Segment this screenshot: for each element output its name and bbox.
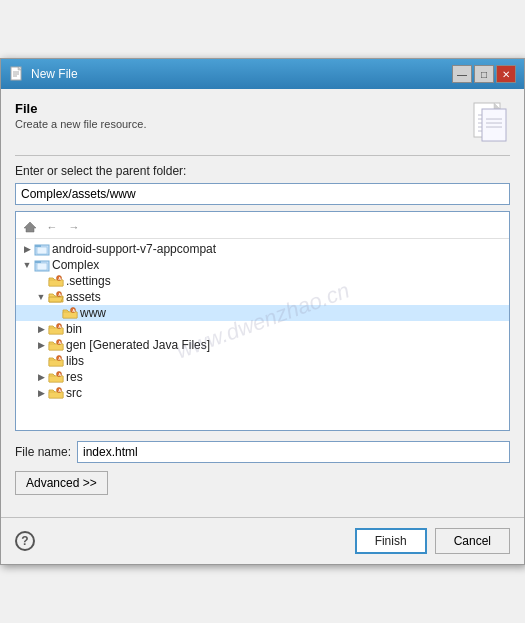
tree-label-res: res bbox=[66, 370, 83, 384]
svg-rect-18 bbox=[35, 245, 41, 247]
new-file-dialog: New File — □ ✕ File Create a new file re… bbox=[0, 58, 525, 565]
title-bar: New File — □ ✕ bbox=[1, 59, 524, 89]
tree-toggle-assets: ▼ bbox=[34, 290, 48, 304]
folder-label: Enter or select the parent folder: bbox=[15, 164, 510, 178]
svg-text:A: A bbox=[58, 323, 61, 328]
tree-icon-res: A bbox=[48, 370, 64, 384]
tree-panel: ← → www.dwenzhao.cn ▶ android-support-v7… bbox=[15, 211, 510, 431]
header-divider bbox=[15, 155, 510, 156]
finish-button[interactable]: Finish bbox=[355, 528, 427, 554]
help-button[interactable]: ? bbox=[15, 531, 35, 551]
tree-item-libs[interactable]: A libs bbox=[16, 353, 509, 369]
svg-text:A: A bbox=[72, 307, 75, 312]
tree-icon-assets: A bbox=[48, 290, 64, 304]
advanced-button[interactable]: Advanced >> bbox=[15, 471, 108, 495]
svg-text:A: A bbox=[58, 339, 61, 344]
close-button[interactable]: ✕ bbox=[496, 65, 516, 83]
tree-label-libs: libs bbox=[66, 354, 84, 368]
bottom-buttons: Finish Cancel bbox=[355, 528, 510, 554]
dialog-content: File Create a new file resource. Enter o bbox=[1, 89, 524, 507]
tree-item-android-support[interactable]: ▶ android-support-v7-appcompat bbox=[16, 241, 509, 257]
bottom-bar: ? Finish Cancel bbox=[1, 517, 524, 564]
svg-text:A: A bbox=[58, 275, 61, 280]
svg-text:A: A bbox=[58, 387, 61, 392]
tree-label-gen: gen [Generated Java Files] bbox=[66, 338, 210, 352]
tree-icon-www: A bbox=[62, 306, 78, 320]
tree-label-assets: assets bbox=[66, 290, 101, 304]
tree-label-www: www bbox=[80, 306, 106, 320]
tree-toolbar: ← → bbox=[16, 216, 509, 239]
tree-item-complex[interactable]: ▼ Complex bbox=[16, 257, 509, 273]
svg-rect-22 bbox=[37, 263, 47, 270]
tree-icon-settings: A bbox=[48, 274, 64, 288]
section-description: Create a new file resource. bbox=[15, 118, 146, 130]
section-title: File bbox=[15, 101, 146, 116]
title-bar-left: New File bbox=[9, 66, 78, 82]
tree-toggle-settings bbox=[34, 274, 48, 288]
title-bar-file-icon bbox=[9, 66, 25, 82]
tree-container: ▶ android-support-v7-appcompat▼ Complex … bbox=[16, 241, 509, 401]
header-row: File Create a new file resource. bbox=[15, 101, 510, 147]
tree-toggle-bin: ▶ bbox=[34, 322, 48, 336]
svg-text:A: A bbox=[58, 355, 61, 360]
filename-input[interactable] bbox=[77, 441, 510, 463]
tree-label-src: src bbox=[66, 386, 82, 400]
tree-icon-libs: A bbox=[48, 354, 64, 368]
tree-toggle-res: ▶ bbox=[34, 370, 48, 384]
svg-text:A: A bbox=[58, 291, 61, 296]
svg-text:A: A bbox=[58, 371, 61, 376]
tree-icon-gen: A bbox=[48, 338, 64, 352]
back-button[interactable]: ← bbox=[42, 218, 62, 236]
tree-toggle-www bbox=[48, 306, 62, 320]
tree-item-src[interactable]: ▶ A src bbox=[16, 385, 509, 401]
tree-icon-src: A bbox=[48, 386, 64, 400]
tree-icon-complex bbox=[34, 258, 50, 272]
file-icon-large bbox=[472, 101, 510, 147]
tree-label-android-support: android-support-v7-appcompat bbox=[52, 242, 216, 256]
tree-label-settings: .settings bbox=[66, 274, 111, 288]
tree-item-www[interactable]: A www bbox=[16, 305, 509, 321]
tree-item-gen[interactable]: ▶ A gen [Generated Java Files] bbox=[16, 337, 509, 353]
tree-item-res[interactable]: ▶ A res bbox=[16, 369, 509, 385]
tree-item-assets[interactable]: ▼ A assets bbox=[16, 289, 509, 305]
maximize-button[interactable]: □ bbox=[474, 65, 494, 83]
window-title: New File bbox=[31, 67, 78, 81]
svg-rect-21 bbox=[35, 261, 41, 263]
tree-label-complex: Complex bbox=[52, 258, 99, 272]
folder-path-input[interactable] bbox=[15, 183, 510, 205]
svg-rect-19 bbox=[37, 247, 47, 254]
tree-icon-android-support bbox=[34, 242, 50, 256]
filename-row: File name: bbox=[15, 441, 510, 463]
tree-toggle-libs bbox=[34, 354, 48, 368]
tree-toggle-gen: ▶ bbox=[34, 338, 48, 352]
tree-item-settings[interactable]: A .settings bbox=[16, 273, 509, 289]
tree-toggle-src: ▶ bbox=[34, 386, 48, 400]
filename-label: File name: bbox=[15, 445, 71, 459]
header-text: File Create a new file resource. bbox=[15, 101, 146, 140]
svg-marker-16 bbox=[24, 222, 36, 232]
title-bar-buttons: — □ ✕ bbox=[452, 65, 516, 83]
forward-button[interactable]: → bbox=[64, 218, 84, 236]
tree-toggle-complex: ▼ bbox=[20, 258, 34, 272]
minimize-button[interactable]: — bbox=[452, 65, 472, 83]
cancel-button[interactable]: Cancel bbox=[435, 528, 510, 554]
tree-toggle-android-support: ▶ bbox=[20, 242, 34, 256]
svg-rect-12 bbox=[482, 109, 506, 141]
tree-icon-bin: A bbox=[48, 322, 64, 336]
tree-label-bin: bin bbox=[66, 322, 82, 336]
home-button[interactable] bbox=[20, 218, 40, 236]
tree-item-bin[interactable]: ▶ A bin bbox=[16, 321, 509, 337]
